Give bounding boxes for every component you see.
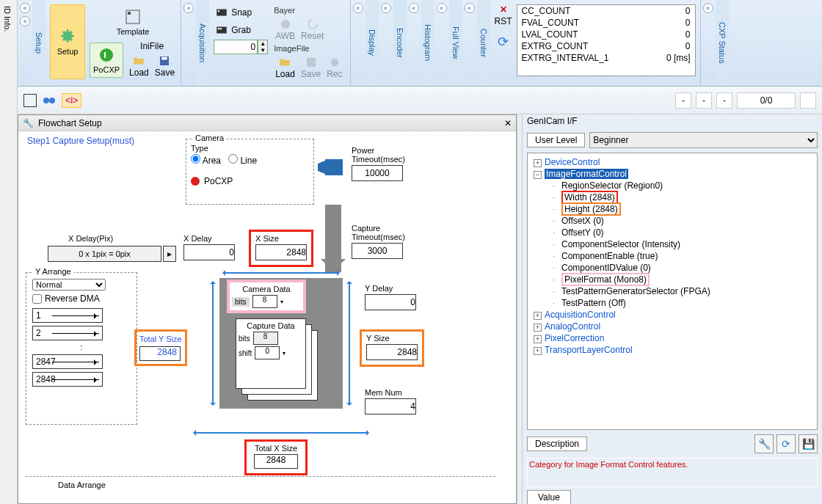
template-button[interactable]: Template	[90, 4, 176, 40]
total-x-size: Total X Size 2848	[244, 439, 308, 475]
memnum-input[interactable]	[365, 398, 416, 414]
xdelay-pix-arrow[interactable]: ▸	[163, 246, 176, 262]
value-button[interactable]: Value	[527, 490, 571, 504]
svg-marker-16	[318, 161, 325, 174]
imagefile-label: ImageFile	[274, 44, 343, 53]
setup-button[interactable]: Setup	[50, 4, 85, 79]
flow-arrow-icon	[325, 205, 341, 272]
ratio-display: 0/0	[737, 92, 796, 109]
bayer-label: Bayer	[274, 6, 343, 15]
power-timeout-input[interactable]	[352, 165, 403, 181]
wrench-icon: 🔧	[23, 118, 34, 128]
window-icon[interactable]	[23, 94, 37, 107]
counter-tab[interactable]: Counter	[479, 29, 488, 57]
flowchart-panel: 🔧 Flowchart Setup ✕ Step1 Capture Setup(…	[18, 114, 517, 504]
svg-point-10	[281, 20, 290, 29]
histogram-tab[interactable]: Histogram	[423, 24, 432, 61]
id-info-tab[interactable]: ID Info.	[3, 6, 12, 32]
img-load-button[interactable]: Load	[274, 54, 297, 81]
ysize-input[interactable]	[366, 344, 418, 360]
awb-button: AWB	[274, 16, 297, 43]
encoder-tab[interactable]: Encoder	[396, 28, 404, 58]
img-save-button: Save	[299, 54, 322, 81]
camera-group: Camera Type Area Line PoCXP	[186, 139, 314, 205]
tb-dash-3[interactable]: -	[716, 92, 732, 109]
chevron-icon[interactable]: «	[465, 3, 475, 13]
capture-data-box: Capture Data bits8 shift0▾	[236, 318, 306, 389]
pocxp-label: PoCXP	[204, 176, 233, 186]
list-item: 2	[32, 326, 103, 340]
ydelay-input[interactable]	[365, 294, 416, 310]
reverse-dma-checkbox[interactable]: Reverse DMA	[32, 293, 131, 304]
rst-button[interactable]: ✕	[500, 4, 507, 15]
area-radio[interactable]: Area	[191, 154, 221, 166]
setup-tab[interactable]: Setup	[34, 32, 43, 54]
pocxp-button[interactable]: PoCXP	[90, 43, 123, 78]
snap-button[interactable]: Snap	[214, 4, 268, 21]
display-tab[interactable]: Display	[368, 29, 377, 56]
list-item: 2848	[32, 372, 103, 387]
acquisition-tab[interactable]: Acquisition	[198, 23, 207, 62]
close-icon[interactable]: ✕	[504, 118, 512, 128]
grab-button[interactable]: Grab	[214, 22, 268, 38]
chevron-icon[interactable]: «	[437, 3, 447, 13]
description-text: Category for Image Format Control featur…	[527, 458, 818, 487]
counter-table[interactable]: CC_COUNT0 FVAL_COUNT0 LVAL_COUNT0 EXTRG_…	[517, 4, 696, 76]
y-arrange-select[interactable]: Normal	[32, 279, 106, 291]
xdelay-input[interactable]	[183, 244, 235, 260]
refresh-icon[interactable]: ⟳	[776, 434, 796, 453]
svg-rect-11	[307, 58, 316, 67]
svg-point-13	[43, 98, 49, 103]
total-y-size: Total Y Size 2848	[134, 329, 187, 366]
img-rec-button: Rec	[325, 54, 343, 81]
connect-icon[interactable]	[41, 92, 57, 109]
chevron-right-icon[interactable]: »	[20, 16, 30, 26]
svg-rect-9	[220, 28, 222, 29]
reset-button: Reset	[299, 16, 325, 43]
xdelay-pix-value: 0 x 1pix = 0pix	[48, 246, 161, 262]
splitter[interactable]	[517, 114, 523, 504]
svg-rect-7	[217, 27, 227, 34]
refresh-icon[interactable]: ⟳	[498, 34, 509, 50]
genicam-header: GenICam I/F	[523, 114, 822, 128]
acq-number-input[interactable]	[214, 40, 258, 54]
chevron-icon[interactable]: «	[381, 3, 391, 13]
data-arrange-label: Data Arrange	[58, 481, 106, 489]
camera-icon	[318, 156, 346, 178]
save-icon[interactable]: 💾	[799, 434, 818, 453]
list-item: 1	[32, 308, 103, 323]
list-item: 2847	[32, 354, 103, 369]
chevron-left-icon[interactable]: «	[20, 3, 30, 13]
svg-point-12	[331, 59, 339, 67]
description-button[interactable]: Description	[527, 437, 587, 451]
chevron-icon[interactable]: «	[409, 3, 419, 13]
record-icon	[191, 177, 200, 186]
svg-rect-8	[218, 28, 219, 29]
tb-blank[interactable]	[800, 92, 816, 109]
spinner-icon[interactable]: ▲▼	[258, 40, 268, 54]
capture-timeout-input[interactable]	[352, 243, 403, 259]
tb-dash-2[interactable]: -	[696, 92, 712, 109]
load-button[interactable]: Load	[128, 53, 150, 79]
wrench-icon[interactable]: 🔧	[754, 434, 774, 453]
fullview-tab[interactable]: Full View	[451, 26, 460, 59]
code-icon[interactable]: <i>	[62, 93, 81, 108]
user-level-select[interactable]: Beginner	[589, 132, 818, 148]
line-radio[interactable]: Line	[228, 154, 257, 166]
svg-rect-4	[162, 57, 168, 60]
y-arrange-group: Y Arrange Normal Reverse DMA 1 2 : 2847 …	[26, 272, 137, 425]
tb-dash-1[interactable]: -	[675, 92, 691, 109]
chevron-icon[interactable]: «	[183, 3, 194, 13]
svg-point-2	[100, 48, 113, 62]
svg-rect-5	[217, 10, 227, 16]
chevron-icon[interactable]: «	[353, 3, 363, 13]
genicam-tree[interactable]: +DeviceControl −ImageFormatControl ·Regi…	[531, 156, 814, 356]
genicam-panel: GenICam I/F User Level Beginner +DeviceC…	[523, 114, 822, 504]
camera-data-box: Camera Data bits8▾	[227, 280, 306, 313]
cxp-status-tab[interactable]: CXP Status	[718, 22, 727, 64]
svg-rect-1	[128, 12, 131, 15]
save-button[interactable]: Save	[153, 53, 176, 79]
chevron-icon[interactable]: «	[703, 3, 713, 13]
xsize-input[interactable]	[255, 244, 307, 260]
user-level-button[interactable]: User Level	[527, 133, 585, 147]
